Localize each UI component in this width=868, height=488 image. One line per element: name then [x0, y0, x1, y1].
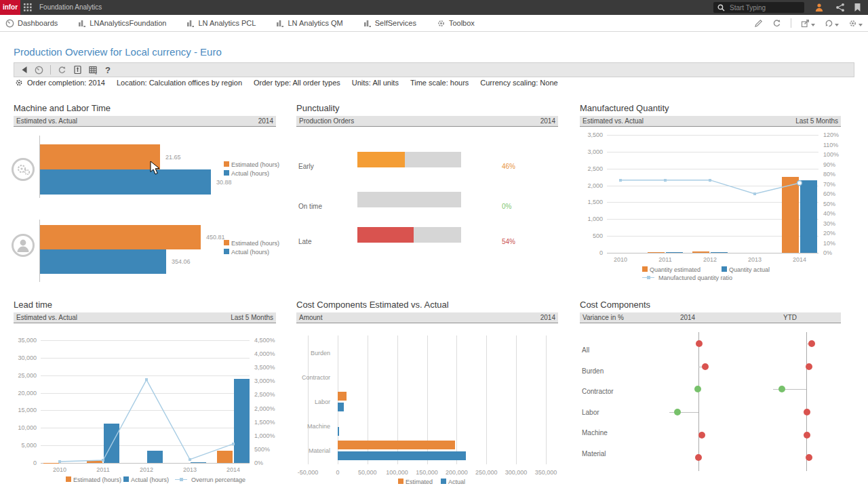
legend-label[interactable]: Estimated (hours): [231, 240, 279, 247]
line-point[interactable]: [145, 378, 148, 381]
legend-label[interactable]: Actual (hours): [131, 476, 169, 483]
legend-label[interactable]: Quantity estimated: [650, 266, 701, 273]
bar-estimated[interactable]: [338, 392, 347, 401]
bar-actual[interactable]: [338, 451, 467, 460]
bar-quantity-estimated[interactable]: [692, 251, 709, 253]
bar-actual[interactable]: [338, 427, 339, 436]
legend-swatch[interactable]: [224, 240, 229, 245]
bar-estimated[interactable]: [40, 225, 201, 249]
variance-dot-red[interactable]: [696, 340, 703, 347]
bar-estimated[interactable]: [338, 441, 455, 449]
nav-tab-dashboards[interactable]: Dashboards: [5, 19, 58, 28]
legend-swatch[interactable]: [642, 266, 648, 272]
variance-dot-red[interactable]: [808, 340, 815, 347]
bar-actual-hours-[interactable]: [104, 424, 119, 463]
legend-swatch[interactable]: [722, 266, 727, 272]
filter-currency-scaling[interactable]: Currency scaling: None: [480, 79, 557, 87]
line-point[interactable]: [664, 179, 667, 182]
dashboard-gauge-button[interactable]: [35, 66, 43, 75]
bar-estimated-hours-[interactable]: [87, 460, 102, 463]
bar-quantity-estimated[interactable]: [648, 252, 665, 253]
edit-button[interactable]: [754, 19, 763, 28]
refresh-button[interactable]: [772, 19, 781, 28]
nav-tab-lnanalyticsfoundation[interactable]: LNAnalyticsFoundation: [78, 19, 166, 27]
bar-quantity-estimated[interactable]: [782, 177, 799, 253]
variance-dot-red[interactable]: [698, 432, 705, 439]
filter-order-completion[interactable]: Order completion: 2014: [27, 79, 105, 87]
legend-label[interactable]: Actual: [448, 479, 465, 485]
settings-button[interactable]: [848, 19, 863, 28]
line-point[interactable]: [189, 458, 191, 461]
legend-label[interactable]: Quantity actual: [729, 266, 770, 273]
user-icon[interactable]: [814, 3, 824, 12]
bar-estimated-hours-[interactable]: [43, 463, 59, 464]
line-point[interactable]: [232, 443, 235, 445]
export-button[interactable]: [801, 19, 815, 28]
export-table-button[interactable]: x: [89, 66, 98, 75]
x-axis-label: 50,000: [353, 469, 382, 476]
nav-tab-ln-analytics-pcl[interactable]: LN Analytics PCL: [186, 19, 256, 27]
legend-swatch[interactable]: [66, 476, 71, 482]
filter-order-type[interactable]: Order type: All order types: [254, 79, 340, 87]
bar-actual-hours-[interactable]: [234, 379, 250, 463]
filter-time-scale[interactable]: Time scale: hours: [410, 79, 469, 87]
legend-swatch[interactable]: [224, 249, 229, 254]
help-button[interactable]: ?: [105, 65, 111, 75]
legend-swatch[interactable]: [224, 161, 229, 167]
bar-estimated[interactable]: [40, 144, 160, 169]
legend-swatch[interactable]: [224, 170, 229, 176]
infor-logo[interactable]: infor: [0, 0, 20, 15]
bar-actual[interactable]: [338, 403, 344, 411]
bar-estimated-hours-[interactable]: [217, 451, 233, 463]
nav-tab-ln-analytics-qm[interactable]: LN Analytics QM: [276, 19, 342, 27]
variance-dot-red[interactable]: [804, 432, 810, 439]
variance-dot-red[interactable]: [695, 454, 702, 461]
legend-label[interactable]: Overrun percentage: [191, 476, 245, 483]
filter-units[interactable]: Units: All units: [352, 79, 399, 87]
variance-dot-red[interactable]: [702, 363, 709, 370]
share-icon[interactable]: [835, 3, 845, 12]
legend-swatch[interactable]: [123, 476, 129, 482]
legend-swatch[interactable]: [398, 479, 403, 484]
line-point[interactable]: [58, 460, 61, 463]
nav-tab-toolbox[interactable]: Toolbox: [437, 19, 475, 28]
filter-gear-icon[interactable]: [15, 79, 23, 87]
line-point[interactable]: [753, 192, 756, 195]
progress-fill[interactable]: [357, 227, 414, 243]
line-point[interactable]: [102, 459, 104, 462]
legend-label[interactable]: Estimated (hours): [231, 161, 279, 168]
legend-label[interactable]: Actual (hours): [231, 249, 269, 256]
variance-dot-green[interactable]: [778, 386, 785, 392]
bar-actual-hours-[interactable]: [147, 451, 163, 463]
progress-fill[interactable]: [357, 152, 405, 167]
legend-label[interactable]: Estimated (hours): [73, 476, 121, 483]
variance-dot-red[interactable]: [806, 363, 812, 370]
refresh-button[interactable]: [58, 66, 66, 75]
legend-swatch[interactable]: [441, 479, 446, 484]
nav-tab-label: Dashboards: [18, 19, 58, 27]
history-button[interactable]: [825, 19, 839, 28]
export-file-button[interactable]: [73, 65, 82, 75]
nav-tab-selfservices[interactable]: SelfServices: [363, 19, 416, 27]
legend-label[interactable]: Manufactured quantity ratio: [658, 274, 732, 281]
variance-dot-green[interactable]: [694, 386, 701, 392]
bar-quantity-actual[interactable]: [800, 180, 817, 253]
line-point[interactable]: [619, 179, 622, 182]
variance-dot-green[interactable]: [674, 409, 681, 415]
bar-actual[interactable]: [40, 169, 211, 195]
search-input[interactable]: Start Typing: [713, 2, 804, 13]
bar-quantity-actual[interactable]: [711, 252, 728, 253]
legend-label[interactable]: Actual (hours): [231, 170, 269, 177]
apps-grid-icon[interactable]: [24, 3, 32, 12]
variance-dot-red[interactable]: [806, 454, 812, 461]
bar-quantity-actual[interactable]: [666, 252, 683, 253]
y2-axis-label: 80%: [823, 171, 835, 178]
bar-actual-hours-[interactable]: [191, 462, 206, 463]
variance-dot-red[interactable]: [804, 409, 810, 415]
legend-label[interactable]: Estimated: [406, 479, 433, 485]
bar-actual[interactable]: [40, 249, 166, 274]
back-button[interactable]: [21, 66, 28, 74]
line-point[interactable]: [709, 179, 711, 182]
filter-location[interactable]: Location: Calculation offices by region: [117, 79, 242, 87]
bookmark-icon[interactable]: [854, 3, 861, 12]
